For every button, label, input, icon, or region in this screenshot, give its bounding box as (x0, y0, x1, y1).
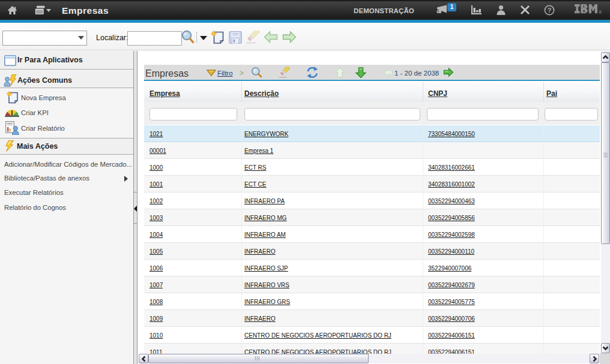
svg-text:?: ? (547, 7, 551, 14)
